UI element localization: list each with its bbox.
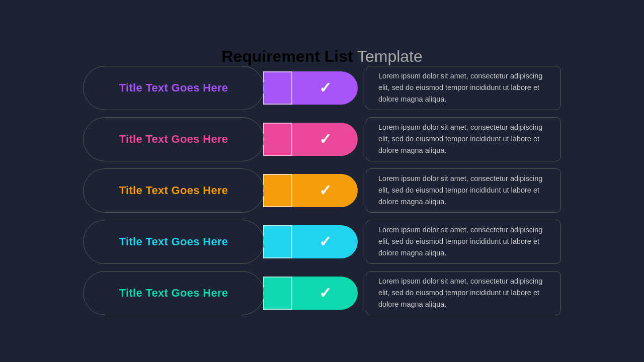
check-pill: ✓ [292, 123, 358, 156]
check-area: ✓ [263, 271, 358, 315]
checkmark-icon: ✓ [319, 79, 332, 97]
requirement-list: Title Text Goes Here ✓ Lorem ipsum dolor… [83, 66, 561, 315]
title-pill: Title Text Goes Here [83, 168, 264, 213]
description-text: Lorem ipsum dolor sit amet, consectetur … [378, 70, 548, 106]
description-text: Lorem ipsum dolor sit amet, consectetur … [378, 173, 548, 208]
description-box: Lorem ipsum dolor sit amet, consectetur … [366, 168, 561, 213]
color-square [263, 174, 292, 207]
description-text: Lorem ipsum dolor sit amet, consectetur … [378, 122, 548, 157]
list-item: Title Text Goes Here ✓ Lorem ipsum dolor… [83, 220, 561, 264]
check-area: ✓ [263, 117, 358, 161]
title-pill: Title Text Goes Here [83, 271, 264, 315]
checkmark-icon: ✓ [319, 284, 332, 302]
check-pill: ✓ [292, 225, 358, 258]
color-square [263, 71, 292, 105]
title-text: Title Text Goes Here [119, 184, 228, 197]
list-item: Title Text Goes Here ✓ Lorem ipsum dolor… [83, 168, 561, 213]
checkmark-icon: ✓ [319, 130, 332, 148]
title-pill: Title Text Goes Here [83, 220, 264, 264]
page-title-bold: Requirement List [221, 47, 353, 65]
list-item: Title Text Goes Here ✓ Lorem ipsum dolor… [83, 66, 561, 110]
check-area: ✓ [263, 220, 358, 264]
description-box: Lorem ipsum dolor sit amet, consectetur … [366, 117, 561, 161]
color-square [263, 277, 292, 310]
description-text: Lorem ipsum dolor sit amet, consectetur … [378, 224, 548, 259]
title-text: Title Text Goes Here [119, 81, 228, 95]
title-text: Title Text Goes Here [119, 287, 228, 300]
check-area: ✓ [263, 66, 358, 110]
check-pill: ✓ [292, 277, 358, 310]
description-box: Lorem ipsum dolor sit amet, consectetur … [366, 220, 561, 264]
check-area: ✓ [263, 168, 358, 213]
check-pill: ✓ [292, 174, 358, 207]
page-title: Requirement List Template [221, 47, 423, 66]
color-square [263, 123, 292, 156]
checkmark-icon: ✓ [319, 182, 332, 199]
title-text: Title Text Goes Here [119, 133, 228, 146]
list-item: Title Text Goes Here ✓ Lorem ipsum dolor… [83, 271, 561, 315]
description-box: Lorem ipsum dolor sit amet, consectetur … [366, 66, 561, 110]
title-pill: Title Text Goes Here [83, 117, 264, 161]
list-item: Title Text Goes Here ✓ Lorem ipsum dolor… [83, 117, 561, 161]
page-title-light: Template [353, 47, 423, 65]
title-text: Title Text Goes Here [119, 235, 228, 248]
title-pill: Title Text Goes Here [83, 66, 264, 110]
checkmark-icon: ✓ [319, 233, 332, 250]
description-text: Lorem ipsum dolor sit amet, consectetur … [378, 276, 548, 311]
description-box: Lorem ipsum dolor sit amet, consectetur … [366, 271, 561, 315]
color-square [263, 225, 292, 258]
check-pill: ✓ [292, 71, 358, 105]
